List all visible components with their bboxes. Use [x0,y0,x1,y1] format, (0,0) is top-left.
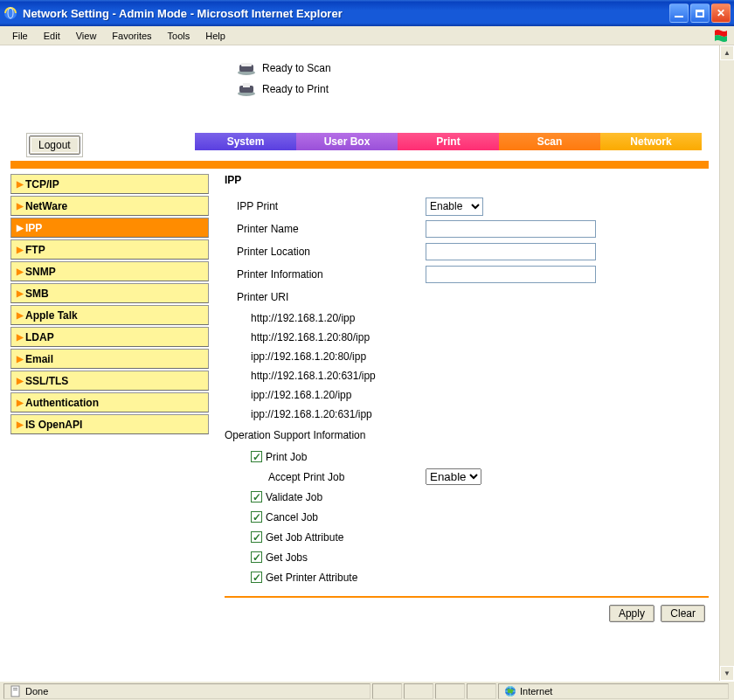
tab-system[interactable]: System [195,133,296,150]
page-icon [10,685,22,697]
sidebar-item-ftp[interactable]: ▶FTP [10,239,209,260]
printer-uri-value: ipp://192.168.1.20/ipp [251,385,709,405]
clear-button[interactable]: Clear [661,605,705,622]
tab-scan[interactable]: Scan [499,133,600,150]
vertical-scrollbar[interactable]: ▲ ▼ [719,45,734,681]
svg-rect-8 [243,83,250,87]
chevron-right-icon: ▶ [17,376,24,385]
sidebar-item-apple-talk[interactable]: ▶Apple Talk [10,305,209,325]
accept-print-job-row: Accept Print JobEnable [225,467,709,487]
sidebar-item-snmp[interactable]: ▶SNMP [10,261,209,281]
ready-to-print-label: Ready to Print [262,83,329,95]
menu-bar: File Edit View Favorites Tools Help [0,26,734,45]
divider-orange [10,161,709,169]
svg-rect-5 [241,63,252,66]
sidebar-item-ldap[interactable]: ▶LDAP [10,327,209,347]
sidebar-item-label: IPP [25,222,42,234]
operation-label: Print Job [266,451,307,463]
operation-row: Get Jobs [225,547,709,567]
menu-tools[interactable]: Tools [163,29,196,43]
internet-zone-icon [504,685,516,697]
operation-label: Get Jobs [266,551,308,564]
logout-button[interactable]: Logout [29,135,80,155]
operation-label: Cancel Job [266,511,318,523]
operation-label: Get Printer Attribute [266,572,357,584]
sidebar-item-email[interactable]: ▶Email [10,349,209,369]
menu-help[interactable]: Help [200,29,231,43]
menu-view[interactable]: View [71,29,102,43]
chevron-right-icon: ▶ [17,354,24,364]
sidebar-item-ipp[interactable]: ▶IPP [10,218,209,238]
ipp-print-select[interactable]: Enable [426,198,483,216]
svg-rect-10 [13,688,17,689]
scroll-down-button[interactable]: ▼ [720,666,734,681]
printer-info-input[interactable] [426,266,596,283]
menu-file[interactable]: File [7,29,33,43]
internet-zone-label: Internet [520,686,552,697]
operation-checkbox[interactable] [251,491,262,502]
menu-edit[interactable]: Edit [38,29,66,43]
sidebar-item-label: Authentication [25,397,99,409]
accept-print-job-select[interactable]: Enable [426,468,481,485]
sidebar-item-is-openapi[interactable]: ▶IS OpenAPI [10,414,209,434]
window-maximize-button[interactable] [690,3,710,23]
operation-row: Get Job Attribute [225,527,709,547]
operation-checkbox[interactable] [251,572,262,583]
window-minimize-button[interactable] [669,3,689,23]
operation-checkbox[interactable] [251,451,262,462]
printer-uri-value: ipp://192.168.1.20:631/ipp [251,405,709,424]
sidebar-item-label: TCP/IP [25,178,59,191]
window-close-button[interactable] [711,3,731,23]
printer-uri-value: http://192.168.1.20:631/ipp [251,366,709,385]
label-printer-uri: Printer URI [225,291,426,303]
sidebar-item-label: SSL/TLS [25,375,68,387]
operation-checkbox[interactable] [251,511,262,523]
chevron-right-icon: ▶ [17,223,24,232]
sidebar-item-netware[interactable]: ▶NetWare [10,196,209,216]
ready-to-scan-label: Ready to Scan [262,62,331,74]
sidebar-item-authentication[interactable]: ▶Authentication [10,392,209,412]
chevron-right-icon: ▶ [17,245,24,254]
chevron-right-icon: ▶ [17,398,24,407]
divider-orange-thin [225,596,709,598]
sidebar-item-label: SMB [25,288,49,300]
chevron-right-icon: ▶ [17,179,24,189]
sidebar-item-smb[interactable]: ▶SMB [10,283,209,303]
sidebar: ▶TCP/IP▶NetWare▶IPP▶FTP▶SNMP▶SMB▶Apple T… [10,174,209,622]
page-title: IPP [225,174,709,186]
label-op-support: Operation Support Information [225,429,426,441]
label-printer-info: Printer Information [225,268,426,281]
printer-uri-value: http://192.168.1.20:80/ipp [251,328,709,347]
chevron-right-icon: ▶ [17,267,24,276]
tab-print[interactable]: Print [398,133,499,150]
operation-row: Validate Job [225,487,709,507]
apply-button[interactable]: Apply [609,605,654,622]
svg-rect-11 [13,690,17,690]
chevron-right-icon: ▶ [17,288,24,298]
logout-button-wrap: Logout [26,133,83,157]
sidebar-item-label: Email [25,353,53,365]
device-status-block: Ready to Scan Ready to Print [0,45,719,103]
scroll-up-button[interactable]: ▲ [720,45,734,60]
printer-uri-list: http://192.168.1.20/ipphttp://192.168.1.… [225,308,709,424]
operation-checkbox[interactable] [251,551,262,563]
chevron-right-icon: ▶ [17,419,24,429]
printer-uri-value: ipp://192.168.1.20:80/ipp [251,347,709,366]
operation-row: Cancel Job [225,507,709,527]
printer-name-input[interactable] [426,220,596,238]
label-accept-print-job: Accept Print Job [268,471,426,483]
chevron-right-icon: ▶ [17,310,24,320]
scanner-icon [236,60,257,76]
operation-row: Print Job [225,447,709,467]
sidebar-item-ssl-tls[interactable]: ▶SSL/TLS [10,371,209,391]
label-printer-name: Printer Name [225,223,426,235]
menu-favorites[interactable]: Favorites [107,29,156,43]
operation-checkbox[interactable] [251,531,262,543]
operation-label: Get Job Attribute [266,531,343,544]
tab-network[interactable]: Network [600,133,702,150]
tab-userbox[interactable]: User Box [296,133,398,150]
printer-location-input[interactable] [426,243,596,260]
window-titlebar: Network Setting - Admin Mode - Microsoft… [0,0,734,26]
sidebar-item-tcp-ip[interactable]: ▶TCP/IP [10,174,209,194]
sidebar-item-label: Apple Talk [25,309,78,322]
